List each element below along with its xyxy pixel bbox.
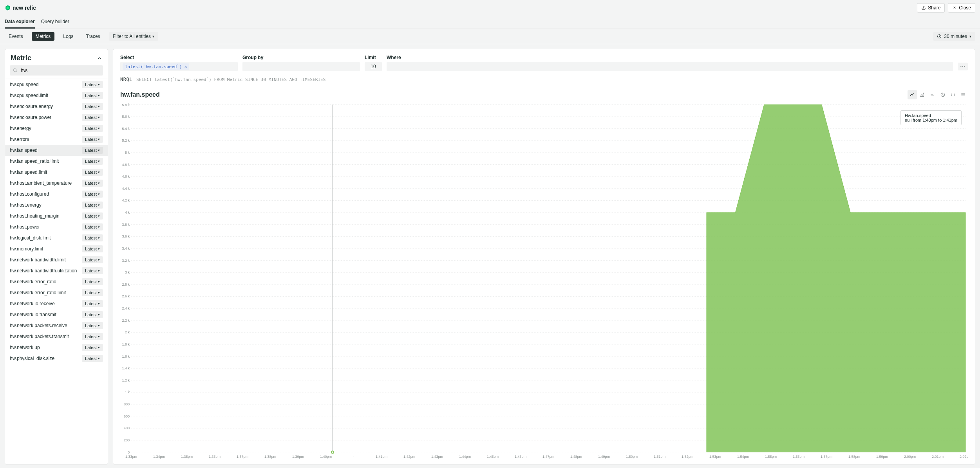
sidebar-title: Metric — [11, 54, 31, 62]
chart-type-area[interactable] — [918, 90, 927, 99]
share-button[interactable]: Share — [917, 3, 945, 13]
metric-row[interactable]: hw.energyLatest ▾ — [5, 123, 108, 134]
metric-row[interactable]: hw.fan.speedLatest ▾ — [5, 145, 108, 156]
metric-name: hw.network.bandwidth.limit — [10, 257, 66, 263]
metric-row[interactable]: hw.fan.speed.limitLatest ▾ — [5, 167, 108, 178]
remove-chip-icon[interactable]: ✕ — [184, 64, 187, 69]
aggregation-pill[interactable]: Latest ▾ — [82, 311, 103, 318]
aggregation-pill[interactable]: Latest ▾ — [82, 245, 103, 252]
metric-search-input[interactable] — [10, 65, 103, 76]
aggregation-pill[interactable]: Latest ▾ — [82, 147, 103, 154]
chart-type-table[interactable] — [958, 90, 968, 99]
clock-icon — [937, 34, 942, 39]
metric-row[interactable]: hw.memory.limitLatest ▾ — [5, 243, 108, 254]
aggregation-pill[interactable]: Latest ▾ — [82, 125, 103, 132]
metric-name: hw.network.error_ratio.limit — [10, 290, 66, 295]
brand-text: new relic — [13, 5, 36, 11]
metric-row[interactable]: hw.network.error_ratio.limitLatest ▾ — [5, 287, 108, 298]
aggregation-pill[interactable]: Latest ▾ — [82, 289, 103, 296]
metric-list[interactable]: hw.cpu.speedLatest ▾hw.cpu.speed.limitLa… — [5, 79, 108, 464]
aggregation-pill[interactable]: Latest ▾ — [82, 169, 103, 176]
metric-row[interactable]: hw.errorsLatest ▾ — [5, 134, 108, 145]
svg-text:1.4 k: 1.4 k — [122, 366, 130, 370]
aggregation-pill[interactable]: Latest ▾ — [82, 223, 103, 230]
metric-row[interactable]: hw.enclosure.energyLatest ▾ — [5, 101, 108, 112]
qb-select-input[interactable]: latest(`hw.fan.speed`) ✕ — [120, 62, 238, 71]
metric-name: hw.network.bandwidth.utilization — [10, 268, 77, 274]
subtab-traces[interactable]: Traces — [82, 32, 104, 41]
aggregation-pill[interactable]: Latest ▾ — [82, 114, 103, 121]
qb-where-input[interactable] — [387, 62, 953, 71]
metric-name: hw.enclosure.energy — [10, 104, 53, 109]
aggregation-pill[interactable]: Latest ▾ — [82, 158, 103, 165]
metric-row[interactable]: hw.network.error_ratioLatest ▾ — [5, 276, 108, 287]
metric-row[interactable]: hw.network.bandwidth.utilizationLatest ▾ — [5, 265, 108, 276]
metric-row[interactable]: hw.network.io.receiveLatest ▾ — [5, 298, 108, 309]
aggregation-pill[interactable]: Latest ▾ — [82, 92, 103, 99]
metric-row[interactable]: hw.logical_disk.limitLatest ▾ — [5, 232, 108, 243]
metric-row[interactable]: hw.host.heating_marginLatest ▾ — [5, 211, 108, 221]
aggregation-pill[interactable]: Latest ▾ — [82, 333, 103, 340]
metric-row[interactable]: hw.network.packets.receiveLatest ▾ — [5, 320, 108, 331]
svg-text:1:47pm: 1:47pm — [542, 455, 554, 459]
query-builder: Select latest(`hw.fan.speed`) ✕ Group by… — [120, 55, 968, 71]
svg-text:800: 800 — [124, 402, 130, 406]
aggregation-pill[interactable]: Latest ▾ — [82, 267, 103, 274]
chart-type-json[interactable] — [948, 90, 958, 99]
aggregation-pill[interactable]: Latest ▾ — [82, 180, 103, 187]
svg-text:5.2 k: 5.2 k — [122, 139, 130, 142]
aggregation-pill[interactable]: Latest ▾ — [82, 322, 103, 329]
metric-row[interactable]: hw.network.bandwidth.limitLatest ▾ — [5, 254, 108, 265]
aggregation-pill[interactable]: Latest ▾ — [82, 103, 103, 110]
subtab-events[interactable]: Events — [5, 32, 27, 41]
metric-row[interactable]: hw.host.ambient_temperatureLatest ▾ — [5, 178, 108, 189]
metric-row[interactable]: hw.host.powerLatest ▾ — [5, 221, 108, 232]
metric-row[interactable]: hw.network.packets.transmitLatest ▾ — [5, 331, 108, 342]
aggregation-pill[interactable]: Latest ▾ — [82, 191, 103, 198]
svg-text:1 k: 1 k — [125, 390, 130, 394]
aggregation-pill[interactable]: Latest ▾ — [82, 256, 103, 263]
aggregation-pill[interactable]: Latest ▾ — [82, 234, 103, 241]
time-picker[interactable]: 30 minutes ▾ — [933, 32, 975, 41]
metric-row[interactable]: hw.physical_disk.sizeLatest ▾ — [5, 353, 108, 364]
aggregation-pill[interactable]: Latest ▾ — [82, 212, 103, 220]
metric-name: hw.host.energy — [10, 202, 42, 208]
aggregation-pill[interactable]: Latest ▾ — [82, 136, 103, 143]
metric-row[interactable]: hw.host.configuredLatest ▾ — [5, 189, 108, 200]
chart-type-line[interactable] — [908, 90, 917, 99]
chart-type-bar[interactable] — [928, 90, 937, 99]
qb-group-input[interactable] — [242, 62, 360, 71]
tab-query-builder[interactable]: Query builder — [41, 16, 69, 29]
svg-text:1:40pm: 1:40pm — [320, 455, 332, 459]
svg-text:1:54pm: 1:54pm — [737, 455, 749, 459]
subtab-metrics[interactable]: Metrics — [32, 32, 55, 41]
metric-row[interactable]: hw.host.energyLatest ▾ — [5, 200, 108, 211]
tab-data-explorer[interactable]: Data explorer — [5, 16, 35, 29]
aggregation-pill[interactable]: Latest ▾ — [82, 300, 103, 307]
metric-name: hw.cpu.speed — [10, 82, 38, 87]
metric-row[interactable]: hw.fan.speed_ratio.limitLatest ▾ — [5, 156, 108, 167]
metric-row[interactable]: hw.cpu.speed.limitLatest ▾ — [5, 90, 108, 101]
metric-sidebar: Metric hw.cpu.speedLatest ▾hw.cpu.speed.… — [5, 49, 108, 464]
metric-row[interactable]: hw.network.io.transmitLatest ▾ — [5, 309, 108, 320]
query-more-button[interactable] — [958, 63, 968, 70]
aggregation-pill[interactable]: Latest ▾ — [82, 344, 103, 351]
metric-row[interactable]: hw.cpu.speedLatest ▾ — [5, 79, 108, 90]
subtab-logs[interactable]: Logs — [59, 32, 77, 41]
svg-text:1:35pm: 1:35pm — [181, 455, 193, 459]
chart-type-pie[interactable] — [938, 90, 947, 99]
filter-row: Events Metrics Logs Traces Filter to All… — [0, 29, 980, 44]
entity-filter[interactable]: Filter to All entities ▾ — [109, 32, 158, 41]
metric-row[interactable]: hw.network.upLatest ▾ — [5, 342, 108, 353]
close-button[interactable]: Close — [948, 3, 975, 13]
chart-area[interactable]: Hw.fan.speed null from 1:40pm to 1:41pm … — [120, 102, 968, 460]
chevron-up-icon[interactable] — [97, 56, 102, 61]
qb-limit-input[interactable]: 10 — [365, 62, 382, 71]
metric-name: hw.host.heating_margin — [10, 213, 60, 219]
aggregation-pill[interactable]: Latest ▾ — [82, 81, 103, 88]
aggregation-pill[interactable]: Latest ▾ — [82, 278, 103, 285]
aggregation-pill[interactable]: Latest ▾ — [82, 202, 103, 209]
aggregation-pill[interactable]: Latest ▾ — [82, 355, 103, 362]
metric-row[interactable]: hw.enclosure.powerLatest ▾ — [5, 112, 108, 123]
svg-text:0: 0 — [128, 450, 130, 454]
